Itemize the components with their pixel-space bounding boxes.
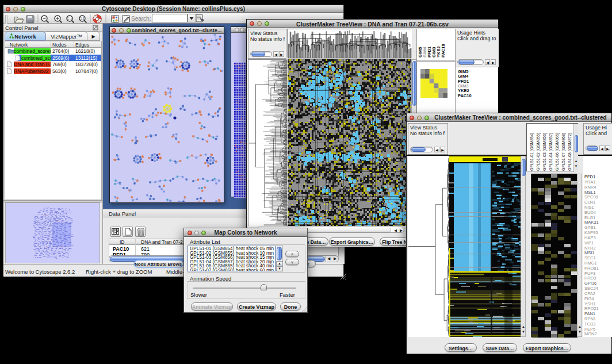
svg-text:GPL51-03 (GSM856): GPL51-03 (GSM856) — [542, 133, 547, 171]
svg-text:1:1: 1:1 — [81, 17, 85, 20]
svg-text:GPL51-02 (GSM855): GPL51-02 (GSM855) — [536, 133, 541, 171]
svg-text:GPL51-08 (GSM872): GPL51-08 (GSM872) — [568, 133, 572, 171]
svg-text:GPL51-06 (GSM865): GPL51-06 (GSM865) — [555, 133, 560, 171]
svg-text:PAC10: PAC10 — [441, 44, 446, 58]
svg-text:GPL51-01 (GSM854): GPL51-01 (GSM854) — [530, 133, 534, 171]
svg-text:GPL51-04 (GSM857): GPL51-04 (GSM857) — [549, 133, 553, 171]
svg-text:GPL51-07 (GSM868): GPL51-07 (GSM868) — [561, 133, 566, 171]
